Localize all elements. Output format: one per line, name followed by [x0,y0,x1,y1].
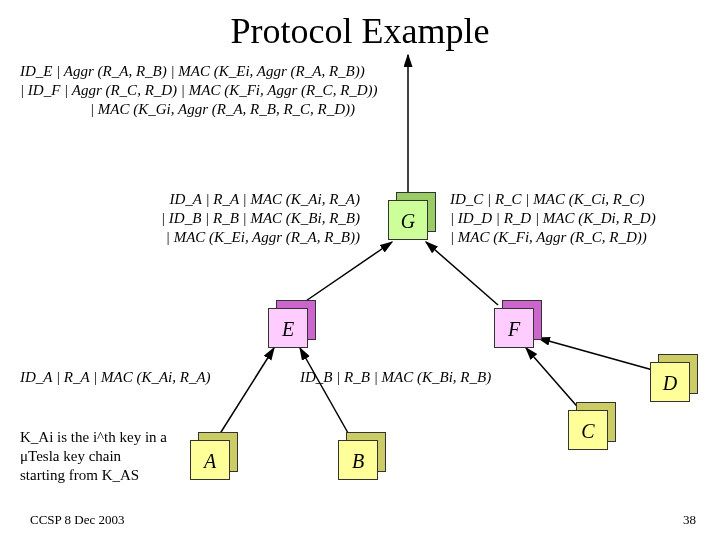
note-line3: starting from K_AS [20,466,180,485]
svg-line-6 [538,338,660,372]
node-c-label: C [568,410,608,450]
msg-f-line3: | MAC (K_Fi, Aggr (R_C, R_D)) [450,228,656,247]
msg-top-line1: ID_E | Aggr (R_A, R_B) | MAC (K_Ei, Aggr… [20,62,378,81]
msg-a-to-e: ID_A | R_A | MAC (K_Ai, R_A) [20,368,211,387]
svg-line-4 [300,348,352,440]
svg-line-5 [526,348,582,412]
msg-f-line1: ID_C | R_C | MAC (K_Ci, R_C) [450,190,656,209]
msg-e-line2: | ID_B | R_B | MAC (K_Bi, R_B) [70,209,360,228]
node-e-label: E [268,308,308,348]
node-a: A [190,440,230,480]
msg-top-line3: | MAC (K_Gi, Aggr (R_A, R_B, R_C, R_D)) [20,100,378,119]
node-d: D [650,362,690,402]
msg-e-line1: ID_A | R_A | MAC (K_Ai, R_A) [70,190,360,209]
key-chain-note: K_Ai is the i^th key in a μTesla key cha… [20,428,180,484]
msg-top: ID_E | Aggr (R_A, R_B) | MAC (K_Ei, Aggr… [20,62,378,118]
msg-e-in: ID_A | R_A | MAC (K_Ai, R_A) | ID_B | R_… [70,190,360,246]
node-b: B [338,440,378,480]
node-d-label: D [650,362,690,402]
node-f-label: F [494,308,534,348]
svg-line-1 [300,242,392,305]
page-title: Protocol Example [0,10,720,52]
node-a-label: A [190,440,230,480]
node-c: C [568,410,608,450]
node-g: G [388,200,428,240]
note-line2: μTesla key chain [20,447,180,466]
node-g-label: G [388,200,428,240]
node-f: F [494,308,534,348]
node-b-label: B [338,440,378,480]
msg-f-line2: | ID_D | R_D | MAC (K_Di, R_D) [450,209,656,228]
msg-e-line3: | MAC (K_Ei, Aggr (R_A, R_B)) [70,228,360,247]
footer-left: CCSP 8 Dec 2003 [30,512,125,528]
msg-f-in: ID_C | R_C | MAC (K_Ci, R_C) | ID_D | R_… [450,190,656,246]
node-e: E [268,308,308,348]
svg-line-2 [426,242,498,305]
msg-top-line2: | ID_F | Aggr (R_C, R_D) | MAC (K_Fi, Ag… [20,81,378,100]
note-line1: K_Ai is the i^th key in a [20,428,180,447]
footer-right: 38 [683,512,696,528]
msg-b-to-e: ID_B | R_B | MAC (K_Bi, R_B) [300,368,491,387]
svg-line-3 [216,348,274,440]
